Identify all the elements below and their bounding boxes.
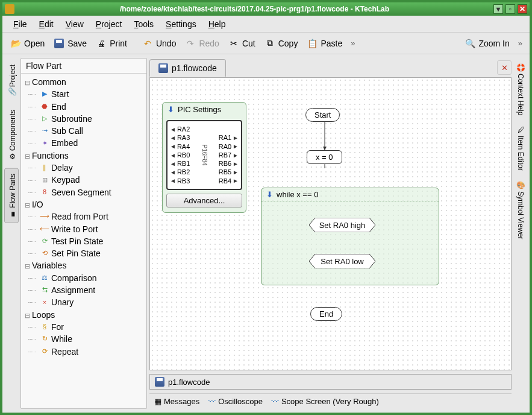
pic-settings-panel[interactable]: ⬇ PIC Settings P16F84 ◄RA2 ◄RA3RA1► ◄RA4… [162,102,246,213]
item-seven-segment[interactable]: 8Seven Segment [22,186,145,198]
setpin-icon: ⟲ [40,249,49,258]
save-button[interactable]: Save [49,36,90,51]
save-icon [155,377,164,387]
down-arrow-icon: ⬇ [266,190,273,199]
tab-context-help[interactable]: 🛟Context Help [515,59,528,119]
keypad-icon: ⊞ [40,176,49,185]
pic-chip[interactable]: P16F84 ◄RA2 ◄RA3RA1► ◄RA4RA0► ◄RB0RB7► ◄… [166,120,242,190]
flow-assign-node[interactable]: x = 0 [307,150,342,164]
flow-while-loop[interactable]: ⬇ while x == 0 [261,188,439,285]
item-start[interactable]: ▶Start [22,88,145,100]
redo-button[interactable]: ↷Redo [181,36,222,51]
item-write-port[interactable]: ⟵Write to Port [22,223,145,235]
tab-flowparts[interactable]: ≣Flow Parts [4,168,19,223]
tab-item-editor[interactable]: 🖊Item Editor [515,121,528,174]
advanced-button[interactable]: Advanced... [166,194,242,208]
item-end[interactable]: ⬣End [22,101,145,113]
flowpart-tree: Common ▶Start ⬣End ▷Subroutine ⇢Sub Call… [21,74,146,360]
item-read-port[interactable]: ⟶Read from Port [22,211,145,223]
assignment-icon: ⇆ [40,286,49,294]
tab-symbol-viewer[interactable]: 🎨Symbol Viewer [515,177,528,243]
app-window: /home/zolee/ktechlab/test-circuits/2017.… [0,0,532,415]
document-tabs: p1.flowcode ✕ [149,58,512,77]
undo-button[interactable]: ↶Undo [138,36,180,51]
group-variables[interactable]: Variables [22,259,145,271]
item-subcall[interactable]: ⇢Sub Call [22,125,145,137]
menubar: File Edit View Project Tools Settings He… [2,16,530,33]
writeport-icon: ⟵ [40,225,49,233]
save-icon [158,63,168,73]
print-button[interactable]: 🖨Print [92,36,131,51]
zoomin-button[interactable]: 🔍Zoom In [460,36,513,51]
toolbar-overflow-right[interactable]: » [515,39,526,48]
cut-icon: ✂ [228,37,240,49]
pic-settings-header: ⬇ PIC Settings [163,103,246,116]
group-common[interactable]: Common [22,76,145,88]
toolbar-overflow[interactable]: » [347,39,358,48]
item-assignment[interactable]: ⇆Assignment [22,284,145,296]
flow-start-node[interactable]: Start [305,108,340,122]
menu-view[interactable]: View [60,17,90,31]
bottom-doc-label: p1.flowcode [168,378,210,387]
messages-icon: ▦ [154,397,161,406]
embed-icon: ✦ [40,139,49,148]
item-test-pin[interactable]: ⟳Test Pin State [22,235,145,247]
sevenseg-icon: 8 [40,188,49,197]
cut-button[interactable]: ✂Cut [224,36,259,51]
item-delay[interactable]: ‖Delay [22,162,145,174]
tab-project[interactable]: 📎Project [4,59,19,102]
item-while[interactable]: ↻While [22,333,145,345]
menu-edit[interactable]: Edit [33,17,60,31]
item-for[interactable]: §For [22,321,145,333]
while-header: ⬇ while x == 0 [261,188,439,201]
right-dock: 🛟Context Help 🖊Item Editor 🎨Symbol Viewe… [514,54,530,413]
item-repeat[interactable]: ⟳Repeat [22,346,145,358]
item-embed[interactable]: ✦Embed [22,137,145,149]
group-functions[interactable]: Functions [22,150,145,162]
sidebar-flowparts: Flow Part Common ▶Start ⬣End ▷Subroutine… [20,58,147,409]
save-icon [53,37,65,49]
sidebar-header: Flow Part [21,59,146,74]
copy-button[interactable]: ⧉Copy [260,36,302,51]
flow-set-high-node[interactable]: Set RA0 high [309,218,375,232]
item-keypad[interactable]: ⊞Keypad [22,174,145,186]
close-button[interactable]: ✕ [518,4,527,14]
copy-icon: ⧉ [264,37,276,49]
group-io[interactable]: I/O [22,198,145,211]
item-unary[interactable]: ×Unary [22,296,145,308]
down-arrow-icon: ⬇ [167,105,174,114]
statusbar: ▦Messages 〰Oscilloscope 〰Scope Screen (V… [149,393,512,409]
status-oscilloscope[interactable]: 〰Oscilloscope [208,397,263,406]
bottom-doc-tab[interactable]: p1.flowcode [149,374,512,390]
project-icon: 📎 [10,89,17,97]
menu-help[interactable]: Help [202,17,232,31]
end-icon: ⬣ [40,103,49,111]
menu-project[interactable]: Project [90,17,128,31]
item-comparison[interactable]: ⚖Comparison [22,272,145,284]
minimize-button[interactable]: ▾ [493,4,503,14]
close-doc-button[interactable]: ✕ [497,60,512,75]
item-set-pin[interactable]: ⟲Set Pin State [22,247,145,259]
print-icon: 🖨 [95,37,107,49]
flowchart-canvas[interactable]: ⬇ PIC Settings P16F84 ◄RA2 ◄RA3RA1► ◄RA4… [149,77,512,370]
item-subroutine[interactable]: ▷Subroutine [22,113,145,125]
doc-tab-label: p1.flowcode [172,63,217,73]
open-button[interactable]: 📂Open [6,36,48,51]
flow-set-low-node[interactable]: Set RA0 low [309,254,375,268]
app-icon [5,4,14,14]
left-dock: 📎Project ⚙Components ≣Flow Parts [2,54,20,413]
menu-tools[interactable]: Tools [128,17,160,31]
menu-file[interactable]: File [7,17,33,31]
doc-tab-p1[interactable]: p1.flowcode [149,59,226,77]
status-messages[interactable]: ▦Messages [154,397,199,406]
flow-end-node[interactable]: End [310,307,342,321]
tab-components[interactable]: ⚙Components [4,104,19,166]
group-loops[interactable]: Loops [22,309,145,321]
status-scope-screen[interactable]: 〰Scope Screen (Very Rough) [271,397,379,406]
paste-button[interactable]: 📋Paste [302,36,346,51]
while-icon: ↻ [40,335,49,343]
delay-icon: ‖ [40,163,49,172]
maximize-button[interactable]: ▫ [505,4,515,14]
menu-settings[interactable]: Settings [160,17,202,31]
oscilloscope-icon: 〰 [208,397,216,406]
